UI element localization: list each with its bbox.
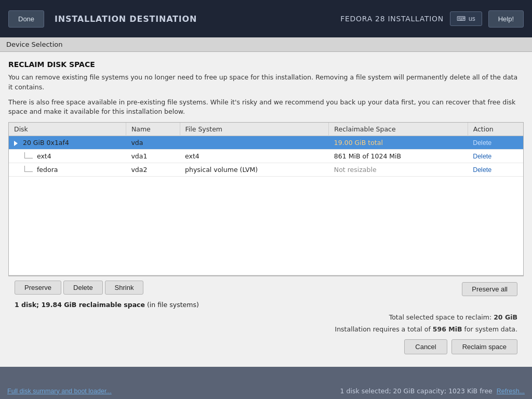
delete-link[interactable]: Delete (473, 166, 491, 174)
row-action: Delete (468, 163, 523, 177)
header-left: Done INSTALLATION DESTINATION (8, 10, 197, 28)
summary-row: 1 disk; 19.84 GiB reclaimable space (in … (15, 301, 517, 309)
row-filesystem: ext4 (180, 150, 329, 163)
bottom-panel: Preserve Delete Shrink Preserve all 1 di… (8, 276, 524, 358)
preserve-button[interactable]: Preserve (15, 281, 61, 295)
row-disk: fedora (9, 163, 126, 177)
col-filesystem: File System (180, 123, 329, 136)
keyboard-label: us (469, 15, 475, 22)
delete-button[interactable]: Delete (63, 281, 103, 295)
row-disk: 20 GiB 0x1af4 (9, 136, 126, 150)
disk-table: Disk Name File System Reclaimable Space … (9, 123, 523, 275)
reclaim-space-button[interactable]: Reclaim space (451, 339, 517, 354)
dialog-desc1: You can remove existing file systems you… (8, 73, 524, 92)
dialog-title: RECLAIM DISK SPACE (8, 60, 524, 69)
expand-icon (14, 141, 18, 146)
help-button[interactable]: Help! (488, 10, 524, 28)
requires-row: Installation requires a total of 596 MiB… (15, 324, 517, 336)
col-reclaimable: Reclaimable Space (329, 123, 468, 136)
row-reclaimable: 861 MiB of 1024 MiB (329, 150, 468, 163)
table-empty-row (9, 177, 523, 275)
final-buttons: Cancel Reclaim space (15, 339, 517, 354)
row-name: vda1 (126, 150, 180, 163)
not-resizable-label: Not resizable (334, 166, 377, 174)
dialog-area: RECLAIM DISK SPACE You can remove existi… (0, 52, 532, 367)
cancel-button[interactable]: Cancel (404, 339, 447, 354)
footer: Full disk summary and boot loader... 1 d… (0, 383, 532, 399)
row-name: vda (126, 136, 180, 150)
col-disk: Disk (9, 123, 126, 136)
device-selection-label: Device Selection (6, 41, 63, 48)
table-header-row: Disk Name File System Reclaimable Space … (9, 123, 523, 136)
header-right: FEDORA 28 INSTALLATION ⌨ us Help! (340, 10, 524, 28)
disk-table-container: Disk Name File System Reclaimable Space … (8, 122, 524, 276)
total-selected-value: 20 GiB (494, 313, 517, 321)
device-selection-bar: Device Selection (0, 37, 532, 52)
row-reclaimable: 19.00 GiB total (329, 136, 468, 150)
done-button[interactable]: Done (8, 10, 44, 28)
requires-value: 596 MiB (433, 325, 462, 333)
action-buttons: Preserve Delete Shrink (15, 281, 143, 295)
fedora-title: FEDORA 28 INSTALLATION (340, 15, 444, 23)
col-name: Name (126, 123, 180, 136)
header: Done INSTALLATION DESTINATION FEDORA 28 … (0, 0, 532, 37)
preserve-all-button[interactable]: Preserve all (462, 282, 517, 296)
page-title: INSTALLATION DESTINATION (55, 14, 197, 24)
delete-link[interactable]: Delete (473, 139, 491, 147)
row-action: Delete (468, 136, 523, 150)
tree-line-icon (24, 152, 33, 158)
summary-main: 1 disk; 19.84 GiB reclaimable space (15, 301, 145, 309)
disk-label: 20 GiB 0x1af4 (23, 139, 69, 147)
summary-text: 1 disk; 19.84 GiB reclaimable space (in … (15, 301, 199, 309)
dialog-desc2: There is also free space available in pr… (8, 98, 524, 117)
table-row[interactable]: ext4 vda1 ext4 861 MiB of 1024 MiB Delet… (9, 150, 523, 163)
row-filesystem: physical volume (LVM) (180, 163, 329, 177)
total-selected-label: Total selected space to reclaim: (389, 313, 492, 321)
row-name: vda2 (126, 163, 180, 177)
keyboard-button[interactable]: ⌨ us (450, 11, 482, 26)
row-filesystem (180, 136, 329, 150)
reclaimable-value: 19.00 GiB total (334, 139, 383, 147)
tree-line-icon (24, 166, 33, 172)
delete-link[interactable]: Delete (473, 153, 491, 160)
footer-status: 1 disk selected; 20 GiB capacity; 1023 K… (340, 387, 493, 395)
shrink-button[interactable]: Shrink (105, 281, 144, 295)
table-row[interactable]: 20 GiB 0x1af4 vda 19.00 GiB total Delete (9, 136, 523, 150)
row-disk: ext4 (9, 150, 126, 163)
space-summary: Total selected space to reclaim: 20 GiB … (15, 312, 517, 335)
requires-suffix: for system data. (464, 325, 517, 333)
table-row[interactable]: fedora vda2 physical volume (LVM) Not re… (9, 163, 523, 177)
row-reclaimable: Not resizable (329, 163, 468, 177)
refresh-link[interactable]: Refresh... (497, 388, 525, 395)
col-action: Action (468, 123, 523, 136)
summary-subtext: (in file systems) (147, 301, 199, 309)
row-action: Delete (468, 150, 523, 163)
requires-label: Installation requires a total of (335, 325, 430, 333)
footer-right: 1 disk selected; 20 GiB capacity; 1023 K… (340, 387, 525, 395)
full-disk-summary-link[interactable]: Full disk summary and boot loader... (7, 388, 112, 395)
keyboard-icon: ⌨ (457, 15, 466, 22)
action-row: Preserve Delete Shrink Preserve all (15, 281, 517, 298)
total-selected-row: Total selected space to reclaim: 20 GiB (15, 312, 517, 324)
